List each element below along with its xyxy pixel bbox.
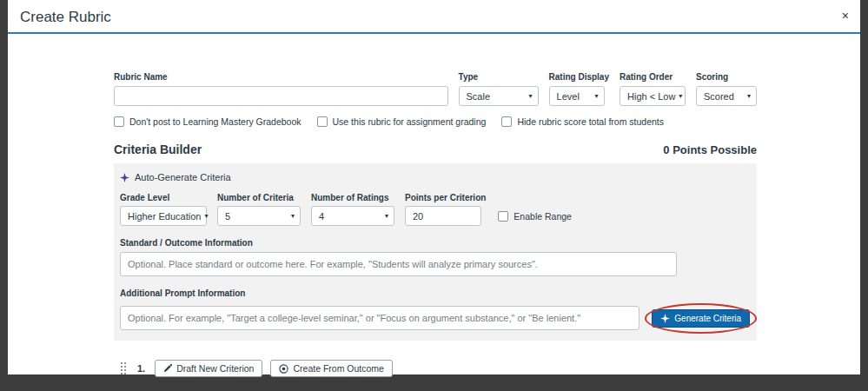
rubric-settings-row: Rubric Name Type Scale ▾ Rating Display …: [114, 72, 757, 106]
criterion-row: 1. Draft New Criterion Create From Outco…: [119, 360, 757, 377]
criterion-index: 1.: [137, 363, 145, 374]
scoring-field-group: Scoring Scored ▾: [696, 72, 757, 106]
type-field-group: Type Scale ▾: [459, 72, 539, 106]
number-of-criteria-label: Number of Criteria: [217, 193, 301, 202]
rubric-name-label: Rubric Name: [114, 72, 448, 82]
chevron-down-icon: ▾: [679, 92, 682, 100]
points-per-criterion-label: Points per Criterion: [405, 193, 486, 202]
modal-content: Rubric Name Type Scale ▾ Rating Display …: [114, 72, 757, 377]
draft-new-criterion-label: Draft New Criterion: [176, 363, 254, 374]
type-select-value: Scale: [467, 91, 491, 102]
number-of-ratings-label: Number of Ratings: [311, 193, 394, 202]
rubric-options-row: Don't post to Learning Mastery Gradebook…: [114, 116, 757, 127]
checkbox-use-for-assignment-grading[interactable]: Use this rubric for assignment grading: [317, 116, 487, 127]
standard-outcome-textarea[interactable]: [120, 252, 677, 276]
checkbox-box[interactable]: [501, 116, 512, 127]
enable-range-label: Enable Range: [514, 211, 572, 222]
chevron-down-icon: ▾: [291, 212, 295, 220]
number-of-ratings-select-value: 4: [319, 211, 324, 222]
additional-prompt-label: Additional Prompt Information: [120, 288, 750, 298]
number-of-ratings-field-group: Number of Ratings 4 ▾: [311, 193, 394, 226]
rating-order-select[interactable]: High < Low ▾: [620, 86, 686, 106]
ai-sparkle-icon: [660, 314, 670, 323]
standard-outcome-label: Standard / Outcome Information: [120, 238, 750, 248]
rating-display-label: Rating Display: [549, 72, 609, 82]
additional-prompt-row: Generate Criteria: [120, 302, 750, 330]
auto-generate-title-row: Auto-Generate Criteria: [120, 172, 750, 182]
rating-display-select-value: Level: [557, 91, 580, 102]
rating-display-select[interactable]: Level ▾: [549, 86, 605, 106]
chevron-down-icon: ▾: [204, 212, 208, 220]
checkbox-label: Don't post to Learning Mastery Gradebook: [129, 116, 301, 127]
rating-order-field-group: Rating Order High < Low ▾: [620, 72, 686, 106]
type-select[interactable]: Scale ▾: [459, 86, 539, 106]
additional-prompt-textarea[interactable]: [120, 306, 639, 330]
points-per-criterion-field-group: Points per Criterion: [405, 193, 486, 226]
pencil-icon: [163, 364, 172, 373]
generate-criteria-button[interactable]: Generate Criteria: [652, 309, 750, 328]
rubric-name-field-group: Rubric Name: [114, 72, 448, 106]
grade-level-label: Grade Level: [120, 193, 207, 202]
number-of-criteria-select-value: 5: [225, 211, 230, 222]
criteria-builder-header: Criteria Builder 0 Points Possible: [114, 142, 757, 156]
page-title: Create Rubric: [20, 9, 111, 26]
checkbox-enable-range[interactable]: Enable Range: [498, 211, 572, 222]
create-from-outcome-label: Create From Outcome: [293, 363, 383, 374]
points-possible: 0 Points Possible: [663, 143, 757, 156]
scoring-label: Scoring: [696, 72, 757, 82]
auto-generate-panel: Auto-Generate Criteria Grade Level Highe…: [114, 163, 757, 341]
checkbox-label: Use this rubric for assignment grading: [333, 116, 487, 127]
criteria-builder-heading: Criteria Builder: [114, 142, 202, 156]
scoring-select[interactable]: Scored ▾: [696, 86, 757, 106]
grade-level-field-group: Grade Level Higher Education ▾: [120, 193, 207, 226]
checkbox-box[interactable]: [114, 116, 124, 127]
number-of-criteria-select[interactable]: 5 ▾: [217, 206, 301, 226]
draft-new-criterion-button[interactable]: Draft New Criterion: [155, 360, 262, 377]
generate-criteria-wrap: Generate Criteria: [652, 309, 750, 328]
drag-handle-icon[interactable]: [119, 361, 128, 376]
rating-display-field-group: Rating Display Level ▾: [549, 72, 609, 106]
scoring-select-value: Scored: [704, 91, 734, 102]
checkbox-box[interactable]: [317, 116, 328, 127]
auto-generate-fields-row: Grade Level Higher Education ▾ Number of…: [120, 193, 750, 226]
chevron-down-icon: ▾: [529, 92, 533, 100]
grade-level-select[interactable]: Higher Education ▾: [120, 206, 207, 226]
checkbox-hide-score-total[interactable]: Hide rubric score total from students: [501, 116, 664, 127]
rating-order-label: Rating Order: [620, 72, 686, 82]
checkbox-box[interactable]: [498, 211, 508, 222]
number-of-criteria-field-group: Number of Criteria 5 ▾: [217, 193, 301, 226]
outcome-target-icon: [279, 364, 288, 374]
create-from-outcome-button[interactable]: Create From Outcome: [270, 360, 392, 377]
ai-sparkle-icon: [120, 173, 129, 182]
chevron-down-icon: ▾: [595, 92, 599, 100]
generate-criteria-label: Generate Criteria: [674, 314, 741, 323]
close-icon[interactable]: ×: [839, 9, 851, 23]
type-label: Type: [459, 72, 539, 82]
chevron-down-icon: ▾: [747, 92, 751, 100]
chevron-down-icon: ▾: [385, 212, 388, 220]
checkbox-label: Hide rubric score total from students: [517, 116, 664, 127]
rating-order-select-value: High < Low: [627, 91, 675, 102]
number-of-ratings-select[interactable]: 4 ▾: [311, 206, 394, 226]
auto-generate-title: Auto-Generate Criteria: [135, 172, 231, 182]
create-rubric-modal: Create Rubric × Rubric Name Type Scale ▾…: [8, 0, 860, 374]
checkbox-dont-post-gradebook[interactable]: Don't post to Learning Mastery Gradebook: [114, 116, 301, 127]
modal-header: Create Rubric ×: [8, 0, 860, 34]
grade-level-select-value: Higher Education: [128, 211, 201, 222]
rubric-name-input[interactable]: [114, 86, 448, 106]
points-per-criterion-input[interactable]: [405, 206, 481, 226]
